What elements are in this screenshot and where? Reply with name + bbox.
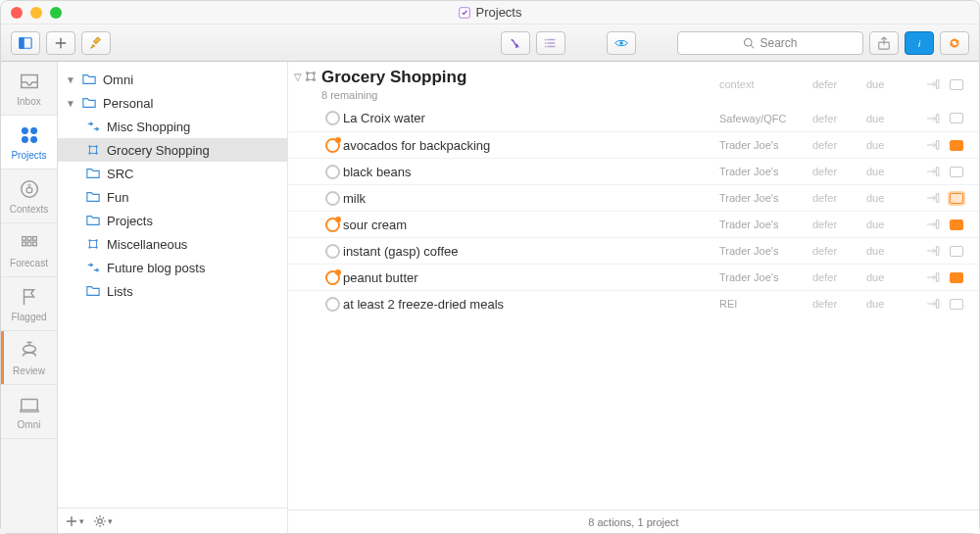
project-tree[interactable]: ▼Omni▼PersonalMisc ShoppingGrocery Shopp… xyxy=(58,62,287,508)
task-flag-button[interactable] xyxy=(946,140,967,151)
task-due[interactable]: due xyxy=(866,166,920,177)
task-defer[interactable]: defer xyxy=(812,166,866,177)
perspective-forecast[interactable]: Forecast xyxy=(1,223,57,277)
task-row[interactable]: at least 2 freeze-dried mealsREIdeferdue xyxy=(288,290,979,316)
task-defer[interactable]: defer xyxy=(812,218,866,230)
task-row[interactable]: milkTrader Joe'sdeferdue xyxy=(288,184,979,211)
quick-entry-button[interactable] xyxy=(501,31,530,55)
search-field[interactable]: Search xyxy=(677,31,863,55)
sidebar-item[interactable]: ▼Personal xyxy=(58,91,287,115)
task-row[interactable]: sour creamTrader Joe'sdeferdue xyxy=(288,211,979,237)
task-flag-button[interactable] xyxy=(946,219,967,230)
task-title[interactable]: black beans xyxy=(343,165,719,179)
task-title[interactable]: peanut butter xyxy=(343,270,719,285)
task-flag-button[interactable] xyxy=(946,193,967,204)
new-item-button[interactable] xyxy=(46,31,75,55)
task-note-button[interactable] xyxy=(920,140,946,150)
sidebar-item[interactable]: Miscellaneous xyxy=(58,232,287,256)
task-checkbox[interactable] xyxy=(321,191,343,206)
show-inspector-button[interactable] xyxy=(607,31,636,55)
task-due[interactable]: due xyxy=(866,113,920,124)
task-checkbox[interactable] xyxy=(321,111,343,125)
perspective-review[interactable]: Review xyxy=(1,331,57,385)
task-checkbox[interactable] xyxy=(321,270,343,285)
task-title[interactable]: milk xyxy=(343,191,719,206)
sidebar-item[interactable]: ▼Omni xyxy=(58,68,287,91)
task-row[interactable]: peanut butterTrader Joe'sdeferdue xyxy=(288,264,979,290)
task-flag-button[interactable] xyxy=(946,167,967,177)
task-defer[interactable]: defer xyxy=(812,245,866,257)
task-defer[interactable]: defer xyxy=(812,298,866,310)
task-title[interactable]: instant (gasp) coffee xyxy=(343,244,719,259)
task-note-button[interactable] xyxy=(920,219,946,229)
task-title[interactable]: avocados for backpacking xyxy=(343,138,719,153)
task-row[interactable]: black beansTrader Joe'sdeferdue xyxy=(288,158,979,184)
task-context[interactable]: Trader Joe's xyxy=(719,139,812,151)
task-checkbox[interactable] xyxy=(321,297,343,312)
task-defer[interactable]: defer xyxy=(812,139,866,151)
task-title[interactable]: at least 2 freeze-dried meals xyxy=(343,297,719,312)
task-context[interactable]: Trader Joe's xyxy=(719,245,812,257)
task-context[interactable]: Trader Joe's xyxy=(719,271,812,283)
disclosure-triangle[interactable]: ▼ xyxy=(66,98,75,109)
task-flag-button[interactable] xyxy=(946,272,967,283)
sidebar-item[interactable]: Misc Shopping xyxy=(58,115,287,138)
perspective-flagged[interactable]: Flagged xyxy=(1,277,57,331)
task-due[interactable]: due xyxy=(866,192,920,204)
task-row[interactable]: avocados for backpackingTrader Joe'sdefe… xyxy=(288,131,979,158)
task-note-button[interactable] xyxy=(920,272,946,282)
disclosure-triangle[interactable]: ▼ xyxy=(66,74,75,85)
task-due[interactable]: due xyxy=(866,218,920,230)
task-flag-button[interactable] xyxy=(946,299,967,310)
add-button[interactable]: ▾ xyxy=(66,515,84,527)
task-due[interactable]: due xyxy=(866,139,920,151)
task-due[interactable]: due xyxy=(866,271,920,283)
perspective-omni[interactable]: Omni xyxy=(1,385,57,439)
task-checkbox[interactable] xyxy=(321,218,343,232)
task-due[interactable]: due xyxy=(866,245,920,257)
task-note-button[interactable] xyxy=(920,193,946,203)
task-context[interactable]: Trader Joe's xyxy=(719,218,812,230)
task-note-button[interactable] xyxy=(920,299,946,309)
task-row[interactable]: instant (gasp) coffeeTrader Joe'sdeferdu… xyxy=(288,237,979,264)
toggle-sidebar-button[interactable] xyxy=(11,31,40,55)
info-button[interactable]: i xyxy=(905,31,934,55)
task-note-button[interactable] xyxy=(920,167,946,176)
task-checkbox[interactable] xyxy=(321,165,343,179)
zoom-window-button[interactable] xyxy=(50,7,62,19)
project-disclosure[interactable]: ▽ xyxy=(294,68,321,82)
perspective-inbox[interactable]: Inbox xyxy=(1,62,57,116)
sidebar-item[interactable]: Fun xyxy=(58,185,287,209)
sidebar-item[interactable]: Future blog posts xyxy=(58,256,287,279)
task-defer[interactable]: defer xyxy=(812,113,866,124)
task-checkbox[interactable] xyxy=(321,138,343,153)
task-flag-button[interactable] xyxy=(946,246,967,257)
task-defer[interactable]: defer xyxy=(812,192,866,204)
project-title[interactable]: Grocery Shopping xyxy=(321,68,719,87)
task-due[interactable]: due xyxy=(866,298,920,310)
action-menu-button[interactable]: ▾ xyxy=(94,515,113,527)
close-window-button[interactable] xyxy=(11,7,23,19)
task-title[interactable]: sour cream xyxy=(343,218,719,232)
task-note-button[interactable] xyxy=(920,114,946,123)
sidebar-item[interactable]: SRC xyxy=(58,162,287,185)
view-options-button[interactable] xyxy=(536,31,565,55)
task-context[interactable]: Trader Joe's xyxy=(719,166,812,177)
task-context[interactable]: Safeway/QFC xyxy=(719,113,812,124)
sync-button[interactable] xyxy=(940,31,969,55)
perspective-contexts[interactable]: Contexts xyxy=(1,170,57,223)
cleanup-button[interactable] xyxy=(81,31,111,55)
task-context[interactable]: REI xyxy=(719,298,812,310)
task-note-button[interactable] xyxy=(920,246,946,256)
share-button[interactable] xyxy=(869,31,899,55)
sidebar-item[interactable]: Grocery Shopping xyxy=(58,138,287,162)
sidebar-item[interactable]: Lists xyxy=(58,279,287,303)
task-context[interactable]: Trader Joe's xyxy=(719,192,812,204)
task-row[interactable]: La Croix waterSafeway/QFCdeferdue xyxy=(288,105,979,131)
perspective-projects[interactable]: Projects xyxy=(1,116,57,170)
task-flag-button[interactable] xyxy=(946,113,967,123)
minimize-window-button[interactable] xyxy=(30,7,42,19)
task-defer[interactable]: defer xyxy=(812,271,866,283)
task-title[interactable]: La Croix water xyxy=(343,111,719,125)
task-checkbox[interactable] xyxy=(321,244,343,259)
